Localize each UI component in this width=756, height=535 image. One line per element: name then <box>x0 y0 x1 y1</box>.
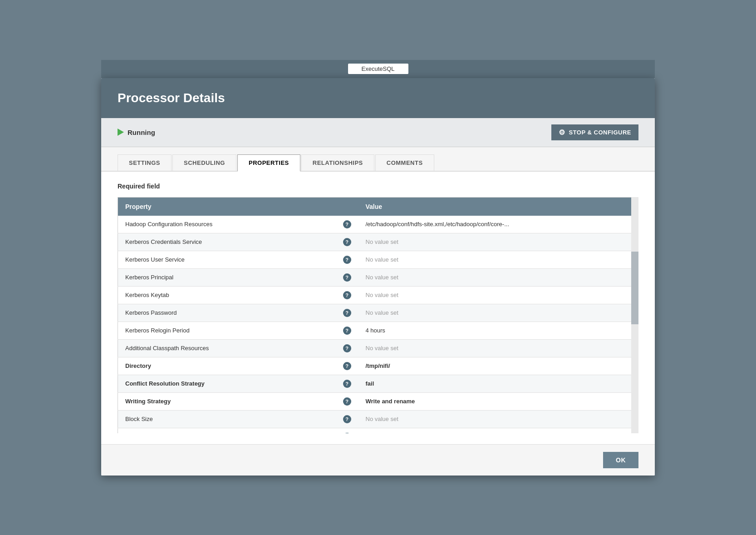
properties-table: Property Value Hadoop Configuration Reso… <box>118 197 638 433</box>
running-label: Running <box>128 129 155 136</box>
col-icon-header <box>336 197 358 216</box>
property-help-cell: ? <box>336 304 358 322</box>
modal-title: Processor Details <box>118 91 638 105</box>
status-bar: Running ⚙ STOP & CONFIGURE <box>101 118 655 147</box>
tab-comments[interactable]: COMMENTS <box>375 154 434 171</box>
help-icon[interactable]: ? <box>343 415 351 423</box>
property-value-cell[interactable]: fail <box>358 375 624 392</box>
stop-configure-label: STOP & CONFIGURE <box>569 129 631 136</box>
running-status: Running <box>118 129 155 136</box>
tab-scheduling[interactable]: SCHEDULING <box>172 154 236 171</box>
table-row: Kerberos Password?No value set <box>118 304 638 322</box>
table-row: Conflict Resolution Strategy?fail <box>118 375 638 392</box>
modal-header: Processor Details <box>101 78 655 118</box>
scrollbar-thumb[interactable] <box>631 252 638 324</box>
property-value-cell[interactable]: No value set <box>358 251 624 268</box>
help-icon[interactable]: ? <box>343 380 351 388</box>
property-value-cell[interactable]: 4 hours <box>358 322 624 339</box>
property-value-cell[interactable]: No value set <box>358 410 624 428</box>
property-help-cell: ? <box>336 357 358 375</box>
property-value-cell[interactable]: No value set <box>358 233 624 251</box>
help-icon[interactable]: ? <box>343 256 351 264</box>
table-row: Directory?/tmp/nifi/ <box>118 357 638 375</box>
help-icon[interactable]: ? <box>343 309 351 317</box>
property-name-cell: Hadoop Configuration Resources <box>118 216 336 233</box>
property-value-cell[interactable]: No value set <box>358 304 624 322</box>
tab-settings[interactable]: SETTINGS <box>118 154 172 171</box>
tab-properties[interactable]: PROPERTIES <box>237 154 300 172</box>
property-help-cell: ? <box>336 322 358 339</box>
property-name-cell: Additional Classpath Resources <box>118 339 336 357</box>
property-name-cell: Directory <box>118 357 336 375</box>
property-value-cell[interactable]: Write and rename <box>358 392 624 410</box>
property-value-cell[interactable]: No value set <box>358 268 624 286</box>
table-row: Kerberos Principal?No value set <box>118 268 638 286</box>
property-value-cell[interactable]: No value set <box>358 428 624 433</box>
gear-icon: ⚙ <box>559 128 565 137</box>
help-icon[interactable]: ? <box>343 362 351 370</box>
table-row: Kerberos Relogin Period?4 hours <box>118 322 638 339</box>
property-help-cell: ? <box>336 233 358 251</box>
help-icon[interactable]: ? <box>343 238 351 246</box>
property-value-cell[interactable]: No value set <box>358 286 624 304</box>
table-row: Kerberos User Service?No value set <box>118 251 638 268</box>
property-help-cell: ? <box>336 251 358 268</box>
table-row: Block Size?No value set <box>118 410 638 428</box>
property-help-cell: ? <box>336 268 358 286</box>
property-name-cell: IO Buffer Size <box>118 428 336 433</box>
table-row: Kerberos Keytab?No value set <box>118 286 638 304</box>
property-value-cell[interactable]: /etc/hadoop/conf/hdfs-site.xml,/etc/hado… <box>358 216 624 233</box>
properties-tbody: Hadoop Configuration Resources?/etc/hado… <box>118 216 638 433</box>
property-name-cell: Kerberos Credentials Service <box>118 233 336 251</box>
scrollbar-track[interactable] <box>631 197 638 433</box>
required-field-label: Required field <box>118 183 638 190</box>
property-value-cell[interactable]: /tmp/nifi/ <box>358 357 624 375</box>
property-name-cell: Kerberos Principal <box>118 268 336 286</box>
help-icon[interactable]: ? <box>343 220 351 228</box>
top-navigation-bar: ExecuteSQL <box>101 60 655 78</box>
property-name-cell: Block Size <box>118 410 336 428</box>
tabs-bar: SETTINGS SCHEDULING PROPERTIES RELATIONS… <box>101 147 655 172</box>
property-help-cell: ? <box>336 339 358 357</box>
modal-overlay: ExecuteSQL Processor Details Running ⚙ S… <box>91 51 665 485</box>
tab-relationships[interactable]: RELATIONSHIPS <box>301 154 374 171</box>
play-icon <box>118 129 124 136</box>
property-name-cell: Kerberos User Service <box>118 251 336 268</box>
property-help-cell: ? <box>336 428 358 433</box>
property-name-cell: Kerberos Relogin Period <box>118 322 336 339</box>
table-row: Kerberos Credentials Service?No value se… <box>118 233 638 251</box>
table-row: Additional Classpath Resources?No value … <box>118 339 638 357</box>
modal-footer: OK <box>101 444 655 476</box>
stop-configure-button[interactable]: ⚙ STOP & CONFIGURE <box>551 124 638 140</box>
processor-details-modal: Processor Details Running ⚙ STOP & CONFI… <box>101 78 655 476</box>
property-name-cell: Kerberos Password <box>118 304 336 322</box>
property-name-cell: Kerberos Keytab <box>118 286 336 304</box>
property-help-cell: ? <box>336 216 358 233</box>
property-help-cell: ? <box>336 375 358 392</box>
properties-table-wrapper: Property Value Hadoop Configuration Reso… <box>118 197 638 433</box>
help-icon[interactable]: ? <box>343 344 351 352</box>
col-value-header: Value <box>358 197 624 216</box>
property-name-cell: Conflict Resolution Strategy <box>118 375 336 392</box>
help-icon[interactable]: ? <box>343 327 351 335</box>
table-row: Hadoop Configuration Resources?/etc/hado… <box>118 216 638 233</box>
table-row: Writing Strategy?Write and rename <box>118 392 638 410</box>
property-value-cell[interactable]: No value set <box>358 339 624 357</box>
table-header-row: Property Value <box>118 197 638 216</box>
ok-button[interactable]: OK <box>603 452 638 468</box>
execute-sql-tab[interactable]: ExecuteSQL <box>348 64 408 74</box>
property-help-cell: ? <box>336 410 358 428</box>
table-row: IO Buffer Size?No value set <box>118 428 638 433</box>
property-help-cell: ? <box>336 286 358 304</box>
help-icon[interactable]: ? <box>343 273 351 282</box>
help-icon[interactable]: ? <box>343 291 351 299</box>
property-name-cell: Writing Strategy <box>118 392 336 410</box>
col-property-header: Property <box>118 197 336 216</box>
help-icon[interactable]: ? <box>343 397 351 406</box>
help-icon[interactable]: ? <box>343 433 351 433</box>
property-help-cell: ? <box>336 392 358 410</box>
modal-body: Required field Property Value Ha <box>101 172 655 444</box>
